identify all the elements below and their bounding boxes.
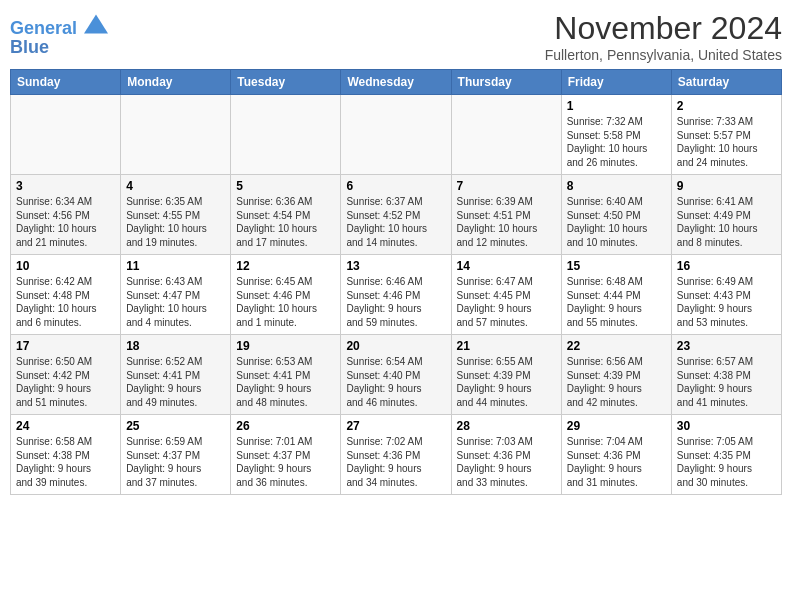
day-number: 4 — [126, 179, 225, 193]
day-number: 27 — [346, 419, 445, 433]
day-number: 6 — [346, 179, 445, 193]
calendar-cell: 18Sunrise: 6:52 AM Sunset: 4:41 PM Dayli… — [121, 335, 231, 415]
day-info: Sunrise: 6:43 AM Sunset: 4:47 PM Dayligh… — [126, 275, 225, 329]
calendar-cell: 8Sunrise: 6:40 AM Sunset: 4:50 PM Daylig… — [561, 175, 671, 255]
calendar-cell — [121, 95, 231, 175]
calendar-cell: 1Sunrise: 7:32 AM Sunset: 5:58 PM Daylig… — [561, 95, 671, 175]
calendar-cell: 25Sunrise: 6:59 AM Sunset: 4:37 PM Dayli… — [121, 415, 231, 495]
calendar-cell: 4Sunrise: 6:35 AM Sunset: 4:55 PM Daylig… — [121, 175, 231, 255]
day-number: 28 — [457, 419, 556, 433]
logo-general: General — [10, 18, 77, 38]
day-info: Sunrise: 7:05 AM Sunset: 4:35 PM Dayligh… — [677, 435, 776, 489]
logo-text: General — [10, 14, 108, 39]
day-number: 30 — [677, 419, 776, 433]
calendar-cell: 23Sunrise: 6:57 AM Sunset: 4:38 PM Dayli… — [671, 335, 781, 415]
day-number: 24 — [16, 419, 115, 433]
logo-blue: Blue — [10, 37, 108, 58]
weekday-header-friday: Friday — [561, 70, 671, 95]
day-number: 2 — [677, 99, 776, 113]
week-row-3: 10Sunrise: 6:42 AM Sunset: 4:48 PM Dayli… — [11, 255, 782, 335]
svg-marker-0 — [84, 14, 108, 33]
day-number: 19 — [236, 339, 335, 353]
day-number: 13 — [346, 259, 445, 273]
calendar-cell: 21Sunrise: 6:55 AM Sunset: 4:39 PM Dayli… — [451, 335, 561, 415]
calendar-table: SundayMondayTuesdayWednesdayThursdayFrid… — [10, 69, 782, 495]
calendar-cell: 2Sunrise: 7:33 AM Sunset: 5:57 PM Daylig… — [671, 95, 781, 175]
logo-icon — [84, 14, 108, 34]
day-info: Sunrise: 6:53 AM Sunset: 4:41 PM Dayligh… — [236, 355, 335, 409]
day-info: Sunrise: 6:49 AM Sunset: 4:43 PM Dayligh… — [677, 275, 776, 329]
calendar-cell: 5Sunrise: 6:36 AM Sunset: 4:54 PM Daylig… — [231, 175, 341, 255]
day-info: Sunrise: 6:50 AM Sunset: 4:42 PM Dayligh… — [16, 355, 115, 409]
day-number: 22 — [567, 339, 666, 353]
day-info: Sunrise: 6:39 AM Sunset: 4:51 PM Dayligh… — [457, 195, 556, 249]
calendar-cell: 13Sunrise: 6:46 AM Sunset: 4:46 PM Dayli… — [341, 255, 451, 335]
calendar-cell: 24Sunrise: 6:58 AM Sunset: 4:38 PM Dayli… — [11, 415, 121, 495]
day-number: 29 — [567, 419, 666, 433]
day-info: Sunrise: 6:37 AM Sunset: 4:52 PM Dayligh… — [346, 195, 445, 249]
calendar-cell: 9Sunrise: 6:41 AM Sunset: 4:49 PM Daylig… — [671, 175, 781, 255]
weekday-header-wednesday: Wednesday — [341, 70, 451, 95]
weekday-header-thursday: Thursday — [451, 70, 561, 95]
calendar-cell: 22Sunrise: 6:56 AM Sunset: 4:39 PM Dayli… — [561, 335, 671, 415]
logo: General Blue — [10, 14, 108, 58]
calendar-cell: 27Sunrise: 7:02 AM Sunset: 4:36 PM Dayli… — [341, 415, 451, 495]
calendar-cell — [341, 95, 451, 175]
header: General Blue November 2024 Fullerton, Pe… — [10, 10, 782, 63]
day-number: 21 — [457, 339, 556, 353]
weekday-row: SundayMondayTuesdayWednesdayThursdayFrid… — [11, 70, 782, 95]
week-row-1: 1Sunrise: 7:32 AM Sunset: 5:58 PM Daylig… — [11, 95, 782, 175]
week-row-4: 17Sunrise: 6:50 AM Sunset: 4:42 PM Dayli… — [11, 335, 782, 415]
day-info: Sunrise: 6:34 AM Sunset: 4:56 PM Dayligh… — [16, 195, 115, 249]
calendar-cell: 19Sunrise: 6:53 AM Sunset: 4:41 PM Dayli… — [231, 335, 341, 415]
day-number: 12 — [236, 259, 335, 273]
calendar-cell — [451, 95, 561, 175]
day-info: Sunrise: 6:56 AM Sunset: 4:39 PM Dayligh… — [567, 355, 666, 409]
month-title: November 2024 — [545, 10, 782, 47]
calendar-cell: 16Sunrise: 6:49 AM Sunset: 4:43 PM Dayli… — [671, 255, 781, 335]
calendar-cell: 20Sunrise: 6:54 AM Sunset: 4:40 PM Dayli… — [341, 335, 451, 415]
day-info: Sunrise: 6:46 AM Sunset: 4:46 PM Dayligh… — [346, 275, 445, 329]
day-number: 8 — [567, 179, 666, 193]
day-number: 1 — [567, 99, 666, 113]
day-number: 10 — [16, 259, 115, 273]
calendar-header: SundayMondayTuesdayWednesdayThursdayFrid… — [11, 70, 782, 95]
day-number: 25 — [126, 419, 225, 433]
day-info: Sunrise: 6:47 AM Sunset: 4:45 PM Dayligh… — [457, 275, 556, 329]
calendar-body: 1Sunrise: 7:32 AM Sunset: 5:58 PM Daylig… — [11, 95, 782, 495]
day-number: 15 — [567, 259, 666, 273]
day-info: Sunrise: 7:04 AM Sunset: 4:36 PM Dayligh… — [567, 435, 666, 489]
day-number: 3 — [16, 179, 115, 193]
calendar-cell — [231, 95, 341, 175]
day-info: Sunrise: 6:54 AM Sunset: 4:40 PM Dayligh… — [346, 355, 445, 409]
calendar-cell: 12Sunrise: 6:45 AM Sunset: 4:46 PM Dayli… — [231, 255, 341, 335]
day-info: Sunrise: 6:35 AM Sunset: 4:55 PM Dayligh… — [126, 195, 225, 249]
weekday-header-monday: Monday — [121, 70, 231, 95]
calendar-cell — [11, 95, 121, 175]
day-number: 17 — [16, 339, 115, 353]
day-number: 5 — [236, 179, 335, 193]
day-info: Sunrise: 6:55 AM Sunset: 4:39 PM Dayligh… — [457, 355, 556, 409]
day-info: Sunrise: 6:59 AM Sunset: 4:37 PM Dayligh… — [126, 435, 225, 489]
day-info: Sunrise: 6:58 AM Sunset: 4:38 PM Dayligh… — [16, 435, 115, 489]
day-info: Sunrise: 6:57 AM Sunset: 4:38 PM Dayligh… — [677, 355, 776, 409]
day-info: Sunrise: 7:01 AM Sunset: 4:37 PM Dayligh… — [236, 435, 335, 489]
calendar-cell: 14Sunrise: 6:47 AM Sunset: 4:45 PM Dayli… — [451, 255, 561, 335]
day-number: 18 — [126, 339, 225, 353]
day-info: Sunrise: 6:45 AM Sunset: 4:46 PM Dayligh… — [236, 275, 335, 329]
calendar-cell: 10Sunrise: 6:42 AM Sunset: 4:48 PM Dayli… — [11, 255, 121, 335]
day-info: Sunrise: 7:32 AM Sunset: 5:58 PM Dayligh… — [567, 115, 666, 169]
day-number: 14 — [457, 259, 556, 273]
day-info: Sunrise: 6:36 AM Sunset: 4:54 PM Dayligh… — [236, 195, 335, 249]
day-number: 16 — [677, 259, 776, 273]
day-number: 26 — [236, 419, 335, 433]
calendar-cell: 28Sunrise: 7:03 AM Sunset: 4:36 PM Dayli… — [451, 415, 561, 495]
day-info: Sunrise: 7:33 AM Sunset: 5:57 PM Dayligh… — [677, 115, 776, 169]
weekday-header-saturday: Saturday — [671, 70, 781, 95]
day-info: Sunrise: 6:41 AM Sunset: 4:49 PM Dayligh… — [677, 195, 776, 249]
day-info: Sunrise: 6:52 AM Sunset: 4:41 PM Dayligh… — [126, 355, 225, 409]
day-number: 9 — [677, 179, 776, 193]
day-info: Sunrise: 7:02 AM Sunset: 4:36 PM Dayligh… — [346, 435, 445, 489]
weekday-header-tuesday: Tuesday — [231, 70, 341, 95]
week-row-2: 3Sunrise: 6:34 AM Sunset: 4:56 PM Daylig… — [11, 175, 782, 255]
